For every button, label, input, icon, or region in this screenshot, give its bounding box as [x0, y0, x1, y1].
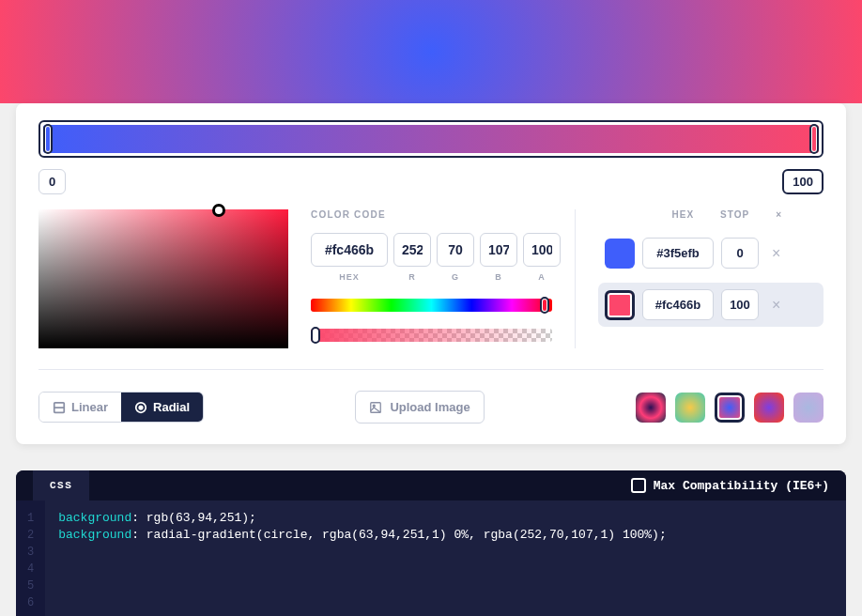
svg-point-3	[139, 406, 143, 409]
hex-input[interactable]	[311, 233, 388, 267]
editor-panel: 0 100 COLOR CODE HEX R G	[16, 103, 846, 444]
stops-list: HEX STOP × × ×	[598, 209, 824, 348]
stop-handle-1[interactable]	[809, 124, 819, 154]
css-tab[interactable]: CSS	[33, 470, 89, 500]
preset-2[interactable]	[715, 393, 745, 423]
stop-position-row: 0 100	[38, 169, 824, 194]
a-input[interactable]	[523, 233, 561, 267]
checkbox-icon	[631, 478, 646, 493]
stop-handle-0[interactable]	[43, 124, 53, 154]
stop-pos-input[interactable]	[721, 289, 759, 320]
preset-0[interactable]	[636, 393, 666, 423]
stop-hex-input[interactable]	[642, 238, 714, 269]
g-input[interactable]	[437, 233, 474, 267]
preset-4[interactable]	[793, 393, 824, 423]
linear-button[interactable]: Linear	[39, 393, 121, 422]
delete-stop-button[interactable]: ×	[772, 298, 787, 313]
stops-header-hex: HEX	[672, 209, 695, 220]
stop-pos-input[interactable]	[721, 238, 759, 269]
delete-stop-button[interactable]: ×	[772, 246, 787, 261]
preset-list	[636, 393, 824, 423]
saturation-picker[interactable]	[38, 209, 288, 348]
preset-3[interactable]	[754, 393, 784, 423]
stop-position-left[interactable]: 0	[38, 169, 66, 194]
radial-button[interactable]: Radial	[121, 393, 203, 422]
code-output-panel: CSS Max Compatibility (IE6+) 123456 back…	[16, 470, 846, 616]
line-numbers: 123456	[16, 500, 45, 616]
compat-checkbox[interactable]: Max Compatibility (IE6+)	[631, 478, 829, 493]
stop-swatch[interactable]	[605, 290, 635, 320]
stop-row-0[interactable]: ×	[598, 231, 824, 275]
alpha-slider[interactable]	[311, 329, 552, 342]
color-code-label: COLOR CODE	[311, 209, 552, 220]
stop-position-right[interactable]: 100	[782, 169, 824, 194]
color-code-section: COLOR CODE HEX R G B	[311, 209, 552, 348]
radial-icon	[134, 401, 147, 414]
svg-point-5	[374, 405, 376, 407]
b-input[interactable]	[480, 233, 517, 267]
r-input[interactable]	[393, 233, 431, 267]
gradient-bar[interactable]	[38, 120, 824, 158]
gradient-preview	[0, 0, 862, 103]
stops-header-delete: ×	[776, 209, 782, 220]
hue-slider[interactable]	[311, 299, 552, 312]
stop-swatch[interactable]	[605, 239, 635, 269]
saturation-cursor[interactable]	[212, 204, 225, 217]
code-content[interactable]: background: rgb(63,94,251);background: r…	[45, 500, 680, 616]
stop-row-1[interactable]: ×	[598, 283, 824, 327]
hue-cursor[interactable]	[540, 297, 549, 314]
image-icon	[369, 401, 382, 414]
stop-hex-input[interactable]	[642, 289, 714, 320]
alpha-cursor[interactable]	[311, 327, 320, 344]
gradient-type-toggle: Linear Radial	[38, 392, 204, 423]
preset-1[interactable]	[675, 393, 705, 423]
upload-image-button[interactable]: Upload Image	[355, 391, 484, 424]
stops-header-stop: STOP	[720, 209, 749, 220]
linear-icon	[53, 401, 66, 414]
